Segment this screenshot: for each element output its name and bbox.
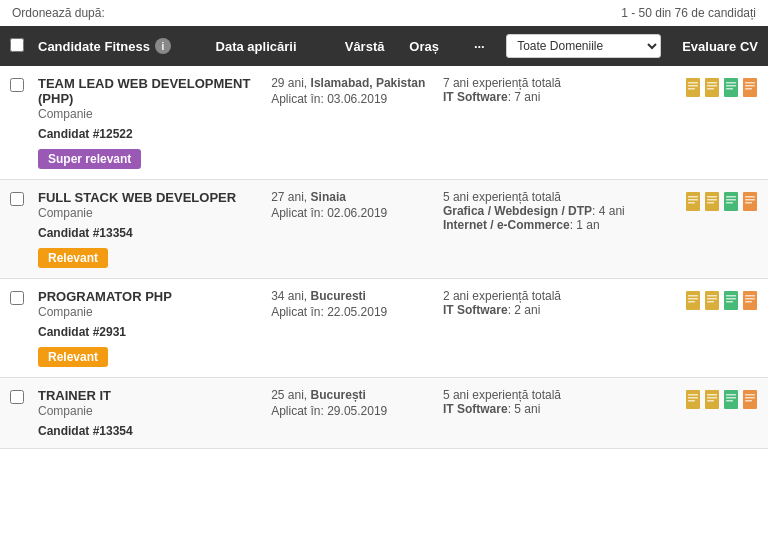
cv-icon[interactable] <box>704 390 720 415</box>
svg-rect-41 <box>726 295 736 297</box>
table-row: TEAM LEAD WEB DEVELOPMENT (PHP)CompanieC… <box>0 66 768 180</box>
svg-rect-2 <box>688 85 698 87</box>
row-evaluare-col <box>635 289 758 316</box>
count-label: 1 - 50 din 76 de candidați <box>621 6 756 20</box>
row-evaluare-col <box>635 190 758 217</box>
svg-rect-54 <box>707 397 717 399</box>
header-more-col[interactable]: ··· <box>474 39 506 54</box>
header-varsta-col: Vârstă <box>345 39 410 54</box>
row-checkbox[interactable] <box>10 78 24 92</box>
row-evaluare-col <box>635 76 758 103</box>
job-title[interactable]: TRAINER IT <box>38 388 263 403</box>
cv-icon[interactable] <box>685 291 701 316</box>
svg-rect-56 <box>724 390 738 409</box>
candidate-id: Candidat #13354 <box>38 226 263 240</box>
job-title[interactable]: TEAM LEAD WEB DEVELOPMENT (PHP) <box>38 76 263 106</box>
more-icon[interactable]: ··· <box>474 39 485 54</box>
cv-icon[interactable] <box>742 78 758 103</box>
svg-rect-21 <box>707 196 717 198</box>
experience-detail: Grafica / Webdesign / DTP: 4 ani <box>443 204 627 218</box>
svg-rect-11 <box>726 88 733 90</box>
svg-rect-42 <box>726 298 736 300</box>
svg-rect-62 <box>745 397 755 399</box>
cv-icon[interactable] <box>723 192 739 217</box>
candidate-id: Candidat #2931 <box>38 325 263 339</box>
applied-date: Aplicat în: 29.05.2019 <box>271 404 435 418</box>
row-checkbox[interactable] <box>10 390 24 404</box>
job-title[interactable]: FULL STACK WEB DEVELOPER <box>38 190 263 205</box>
applied-date: Aplicat în: 02.06.2019 <box>271 206 435 220</box>
fitness-info-icon[interactable]: i <box>155 38 171 54</box>
cv-icon[interactable] <box>704 192 720 217</box>
svg-rect-33 <box>688 295 698 297</box>
svg-rect-47 <box>745 301 752 303</box>
svg-rect-36 <box>705 291 719 310</box>
select-all-checkbox[interactable] <box>10 38 24 52</box>
header-oras-col: Oraș <box>409 39 474 54</box>
row-checkbox-col <box>10 289 38 308</box>
svg-rect-53 <box>707 394 717 396</box>
row-evaluare-col <box>635 388 758 415</box>
cv-icon[interactable] <box>685 78 701 103</box>
svg-rect-40 <box>724 291 738 310</box>
svg-rect-57 <box>726 394 736 396</box>
cv-icon[interactable] <box>742 192 758 217</box>
sort-label: Ordonează după: <box>12 6 105 20</box>
svg-rect-31 <box>745 202 752 204</box>
top-bar: Ordonează după: 1 - 50 din 76 de candida… <box>0 0 768 26</box>
header-data-aplicarii-col: Data aplicării <box>216 39 345 54</box>
company-name: Companie <box>38 206 263 220</box>
job-title[interactable]: PROGRAMATOR PHP <box>38 289 263 304</box>
domain-select[interactable]: Toate Domeniile IT Software Grafica / We… <box>506 34 661 58</box>
svg-rect-37 <box>707 295 717 297</box>
header-evaluare-col: Evaluare CV <box>661 39 758 54</box>
svg-rect-51 <box>688 400 695 402</box>
cv-icon[interactable] <box>704 78 720 103</box>
svg-rect-38 <box>707 298 717 300</box>
cv-icon[interactable] <box>723 78 739 103</box>
svg-rect-23 <box>707 202 714 204</box>
cv-icon[interactable] <box>723 291 739 316</box>
svg-rect-52 <box>705 390 719 409</box>
svg-rect-43 <box>726 301 733 303</box>
svg-rect-24 <box>724 192 738 211</box>
experience-detail: IT Software: 5 ani <box>443 402 627 416</box>
row-checkbox[interactable] <box>10 192 24 206</box>
candidate-age: 27 ani, Sinaia <box>271 190 435 204</box>
svg-rect-44 <box>743 291 757 310</box>
evaluare-cv-label: Evaluare CV <box>682 39 758 54</box>
cv-icon[interactable] <box>685 192 701 217</box>
company-name: Companie <box>38 305 263 319</box>
experience-total: 7 ani experiență totală <box>443 76 627 90</box>
svg-rect-4 <box>705 78 719 97</box>
candidate-list: TEAM LEAD WEB DEVELOPMENT (PHP)CompanieC… <box>0 66 768 449</box>
svg-rect-5 <box>707 82 717 84</box>
oras-label: Oraș <box>409 39 439 54</box>
row-experience-col: 5 ani experiență totalăGrafica / Webdesi… <box>443 190 635 232</box>
svg-rect-15 <box>745 88 752 90</box>
cv-icon[interactable] <box>742 390 758 415</box>
header-domain-col[interactable]: Toate Domeniile IT Software Grafica / We… <box>506 34 661 58</box>
svg-rect-46 <box>745 298 755 300</box>
svg-rect-55 <box>707 400 714 402</box>
row-applied-col: 25 ani, BucureștiAplicat în: 29.05.2019 <box>271 388 443 418</box>
experience-total: 5 ani experiență totală <box>443 388 627 402</box>
row-fitness-col: PROGRAMATOR PHPCompanieCandidat #2931Rel… <box>38 289 271 367</box>
svg-rect-60 <box>743 390 757 409</box>
row-checkbox[interactable] <box>10 291 24 305</box>
svg-rect-58 <box>726 397 736 399</box>
varsta-label: Vârstă <box>345 39 385 54</box>
row-checkbox-col <box>10 190 38 209</box>
svg-rect-8 <box>724 78 738 97</box>
applied-date: Aplicat în: 03.06.2019 <box>271 92 435 106</box>
svg-rect-19 <box>688 202 695 204</box>
row-experience-col: 2 ani experiență totalăIT Software: 2 an… <box>443 289 635 317</box>
cv-icon[interactable] <box>742 291 758 316</box>
table-row: FULL STACK WEB DEVELOPERCompanieCandidat… <box>0 180 768 279</box>
svg-rect-10 <box>726 85 736 87</box>
cv-icon[interactable] <box>704 291 720 316</box>
cv-icon[interactable] <box>723 390 739 415</box>
svg-rect-27 <box>726 202 733 204</box>
svg-rect-48 <box>686 390 700 409</box>
cv-icon[interactable] <box>685 390 701 415</box>
